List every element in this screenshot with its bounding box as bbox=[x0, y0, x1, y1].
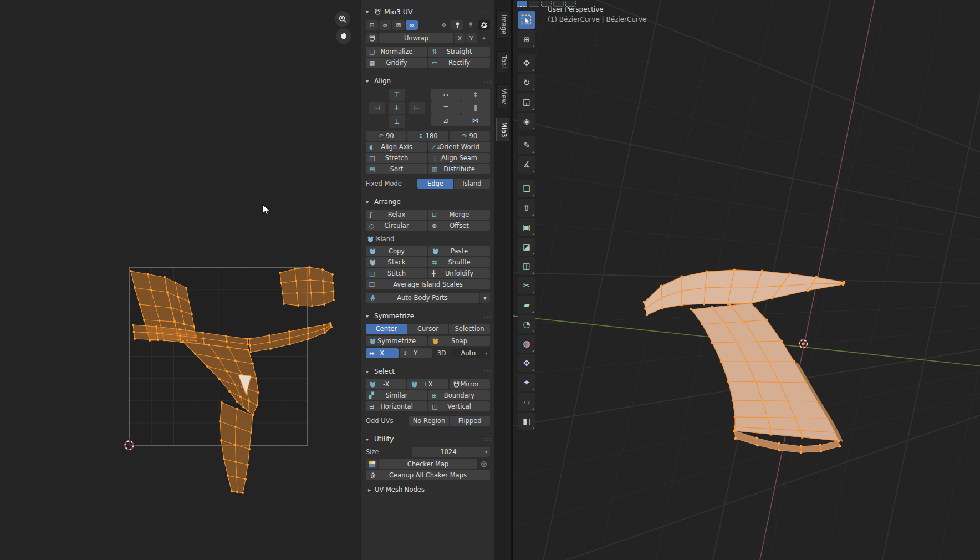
viewport-3d-scene[interactable] bbox=[513, 0, 980, 560]
tool-knife-icon[interactable]: ✂ bbox=[518, 277, 535, 294]
tool-spin-icon[interactable]: ◔ bbox=[518, 315, 535, 333]
utility-collapse-caret[interactable]: ▾ bbox=[366, 436, 371, 442]
snap-button[interactable]: Snap bbox=[428, 336, 490, 346]
checker-map-close-icon[interactable]: ⊗ bbox=[478, 459, 490, 469]
stitch-button[interactable]: ◫Stitch bbox=[366, 268, 427, 278]
viewport-3d-canvas[interactable]: User Perspective (1) BézierCurve | Bézie… bbox=[513, 0, 980, 560]
tab-tool[interactable]: Tool bbox=[496, 51, 509, 72]
tab-image[interactable]: Image bbox=[496, 10, 509, 39]
tool-scale-icon[interactable]: ◱ bbox=[518, 93, 535, 111]
rotate-cw-90-field[interactable]: ↷90 bbox=[450, 131, 490, 141]
pin-icon[interactable] bbox=[451, 20, 463, 30]
uv-select-vertex-icon[interactable]: ⊡ bbox=[366, 20, 378, 30]
select-plus-x-button[interactable]: +X bbox=[407, 379, 448, 389]
symmetrize-auto-dropdown[interactable]: Auto ▾ bbox=[452, 348, 490, 358]
tool-move-icon[interactable]: ✥ bbox=[518, 54, 535, 72]
fixed-mode-island-button[interactable]: Island bbox=[454, 179, 490, 189]
axis-y-toggle[interactable]: ↕Y bbox=[400, 348, 432, 358]
distribute-rows-button[interactable]: ≡ bbox=[431, 101, 461, 114]
uv-mesh-nodes-caret[interactable]: ▸ bbox=[368, 487, 374, 493]
settings-gear-icon[interactable] bbox=[478, 20, 490, 30]
unwrap-y-button[interactable]: Y bbox=[466, 33, 477, 43]
symmetrize-button[interactable]: Symmetrize bbox=[366, 336, 427, 346]
tool-bevel-icon[interactable]: ◪ bbox=[518, 238, 535, 256]
align-center-button[interactable]: ✛ bbox=[389, 102, 405, 114]
symmetrize-selection-button[interactable]: Selection bbox=[449, 324, 490, 334]
normalize-button[interactable]: ▢Normalize bbox=[366, 47, 427, 57]
select-vertical-button[interactable]: ◫Vertical bbox=[428, 401, 490, 411]
tool-select-box-icon[interactable] bbox=[518, 11, 535, 29]
align-top-button[interactable]: ⊤ bbox=[389, 89, 405, 101]
tool-shrink-fatten-icon[interactable]: ✦ bbox=[518, 374, 535, 391]
align-h-center-button[interactable]: ↔ bbox=[431, 89, 461, 101]
select-mode-invert-icon[interactable] bbox=[553, 1, 564, 7]
checker-map-button[interactable]: Checker Map bbox=[379, 459, 477, 469]
flip-skew-button[interactable]: ⊿ bbox=[431, 114, 461, 126]
tool-loop-cut-icon[interactable]: ◫ bbox=[518, 257, 535, 275]
uv-select-edge-icon[interactable]: ∞ bbox=[379, 20, 391, 30]
panel-collapse-caret[interactable]: ▾ bbox=[366, 9, 371, 15]
tool-bisect-icon[interactable]: ◧ bbox=[518, 413, 535, 430]
tool-annotate-icon[interactable]: ✎ bbox=[518, 136, 535, 154]
tool-add-cube-icon[interactable]: ❑ bbox=[518, 180, 535, 197]
symmetrize-center-button[interactable]: Center bbox=[366, 324, 407, 334]
unwrap-x-button[interactable]: X bbox=[455, 33, 465, 43]
tool-measure-icon[interactable]: ∡ bbox=[518, 156, 535, 174]
flip-mirror-button[interactable]: ⋈ bbox=[461, 114, 491, 126]
select-collapse-caret[interactable]: ▾ bbox=[366, 369, 371, 375]
stack-button[interactable]: Stack bbox=[366, 257, 427, 267]
select-similar-button[interactable]: ▞Similar bbox=[366, 390, 427, 400]
tab-mio3[interactable]: Mio3 bbox=[496, 118, 509, 141]
select-mirror-button[interactable]: Mirror bbox=[450, 379, 490, 389]
gridify-button[interactable]: ▦Gridify bbox=[366, 58, 427, 68]
align-left-button[interactable]: ⊣ bbox=[369, 102, 385, 114]
unwrap-options-icon[interactable]: ✦ bbox=[478, 33, 490, 43]
select-mode-intersect-icon[interactable] bbox=[565, 1, 576, 7]
axis-x-toggle[interactable]: ↔X bbox=[366, 348, 399, 358]
select-boundary-button[interactable]: ⊞Boundary bbox=[428, 390, 490, 400]
sort-button[interactable]: ▤Sort bbox=[366, 164, 427, 174]
tool-poly-build-icon[interactable]: ▰ bbox=[518, 296, 535, 314]
offset-button[interactable]: ⊛Offset bbox=[428, 221, 490, 231]
select-mode-subtract-icon[interactable] bbox=[541, 1, 552, 7]
auto-body-parts-dropdown-chevron-icon[interactable]: ▾ bbox=[480, 293, 490, 303]
no-region-button[interactable]: No Region bbox=[409, 416, 450, 426]
align-v-center-button[interactable]: ↕ bbox=[461, 89, 491, 101]
arrange-collapse-caret[interactable]: ▾ bbox=[366, 199, 371, 205]
pan-button[interactable] bbox=[336, 28, 351, 44]
select-horizontal-button[interactable]: ⊟Horizontal bbox=[366, 401, 427, 411]
stretch-button[interactable]: ◫Stretch bbox=[366, 153, 427, 163]
symmetrize-collapse-caret[interactable]: ▾ bbox=[366, 313, 371, 319]
orient-world-button[interactable]: Z↓Orient World bbox=[428, 142, 490, 152]
circular-button[interactable]: ○Circular bbox=[366, 221, 427, 231]
uv-select-island-icon[interactable]: ∞ bbox=[406, 20, 418, 30]
align-axis-button[interactable]: ◖Align Axis bbox=[366, 142, 427, 152]
unwrap-bear-icon[interactable] bbox=[366, 33, 378, 43]
tool-cursor-icon[interactable]: ⊕ bbox=[518, 30, 535, 48]
flipped-button[interactable]: Flipped bbox=[450, 416, 490, 426]
rectify-button[interactable]: ▭Rectify bbox=[428, 58, 490, 68]
select-mode-extend-icon[interactable] bbox=[529, 1, 539, 7]
merge-button[interactable]: ⊡Merge bbox=[428, 210, 490, 220]
unfoldify-button[interactable]: ╋Unfoldify bbox=[428, 268, 490, 278]
relax-button[interactable]: ∫Relax bbox=[366, 210, 427, 220]
tool-smooth-icon[interactable]: ◍ bbox=[518, 335, 535, 353]
uv-select-face-icon[interactable]: ⊠ bbox=[392, 20, 405, 30]
shuffle-button[interactable]: ⇆Shuffle bbox=[428, 257, 490, 267]
align-seam-button[interactable]: ⋮⋮Align Seam bbox=[428, 153, 490, 163]
cleanup-checker-maps-button[interactable]: Ceanup All Chaker Maps bbox=[366, 470, 490, 480]
paste-button[interactable]: Paste bbox=[428, 246, 490, 256]
average-island-scales-button[interactable]: ❏Average Island Scales bbox=[366, 279, 490, 289]
checker-texture-icon[interactable] bbox=[366, 459, 378, 469]
zoom-button[interactable] bbox=[335, 11, 350, 27]
tool-extrude-icon[interactable]: ⇧ bbox=[518, 199, 535, 217]
auto-body-parts-button[interactable]: Auto Body Parts bbox=[366, 293, 479, 303]
tool-shear-icon[interactable]: ▱ bbox=[518, 393, 535, 411]
align-right-button[interactable]: ⊢ bbox=[409, 102, 425, 114]
overlap-icon[interactable]: ❖ bbox=[438, 20, 450, 30]
tool-transform-icon[interactable]: ◈ bbox=[518, 113, 535, 130]
align-collapse-caret[interactable]: ▾ bbox=[366, 78, 371, 84]
fixed-mode-edge-button[interactable]: Edge bbox=[417, 179, 453, 189]
distribute-cols-button[interactable]: ∥ bbox=[461, 101, 491, 114]
symmetrize-cursor-button[interactable]: Cursor bbox=[407, 324, 448, 334]
